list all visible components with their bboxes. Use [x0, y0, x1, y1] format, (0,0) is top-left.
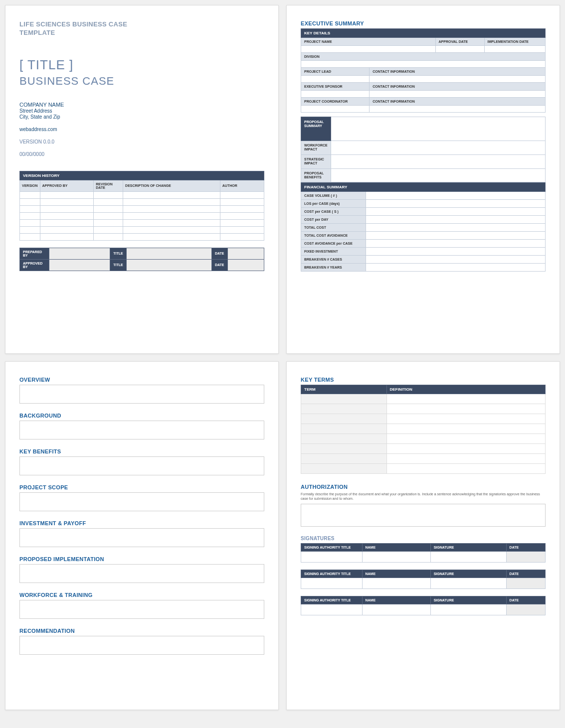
sig-date-col: DATE: [506, 544, 545, 552]
breakeven-years-label: BREAKEVEN # YEARS: [301, 264, 366, 272]
exec-sponsor-label: EXECUTIVE SPONSOR: [301, 83, 370, 91]
approval-date-label: APPROVAL DATE: [435, 38, 484, 46]
document-title: [ TITLE ]: [19, 57, 264, 73]
background-title: BACKGROUND: [19, 413, 264, 419]
col-author: AUTHOR: [220, 180, 264, 191]
executive-summary-title: EXECUTIVE SUMMARY: [301, 20, 546, 26]
term-col: TERM: [301, 385, 387, 394]
investment-payoff-title: INVESTMENT & PAYOFF: [19, 520, 264, 526]
division-label: DIVISION: [301, 53, 546, 61]
total-cost-label: TOTAL COST: [301, 224, 366, 232]
recommendation-title: RECOMMENDATION: [19, 628, 264, 634]
key-benefits-box: [19, 456, 264, 475]
overview-box: [19, 385, 264, 404]
title-label: TITLE: [110, 248, 126, 259]
authorization-description: Formally describe the purpose of the doc…: [301, 492, 546, 501]
background-box: [19, 421, 264, 439]
col-revision-date: REVISION DATE: [94, 180, 123, 191]
workforce-impact-label: WORKFORCE IMPACT: [301, 141, 331, 155]
proposed-implementation-box: [19, 564, 264, 583]
page-1-cover: LIFE SCIENCES BUSINESS CASE TEMPLATE [ T…: [5, 5, 279, 354]
sig-signature-col: SIGNATURE: [430, 544, 506, 552]
proposal-summary-table: PROPOSAL SUMMARY WORKFORCE IMPACT STRATE…: [301, 117, 546, 182]
breakeven-cases-label: BREAKEVEN # CASES: [301, 256, 366, 264]
cost-per-day-label: COST per DAY: [301, 216, 366, 224]
total-cost-avoid-label: TOTAL COST AVOIDANCE: [301, 232, 366, 240]
project-scope-title: PROJECT SCOPE: [19, 484, 264, 490]
project-coord-label: PROJECT COORDINATOR: [301, 98, 370, 106]
version-history-table: VERSION HISTORY VERSION APPROVED BY REVI…: [19, 171, 264, 241]
document-subtitle: BUSINESS CASE: [19, 75, 264, 88]
contact-info-label-3: CONTACT INFORMATION: [370, 98, 546, 106]
cost-avoid-per-case-label: COST AVOIDANCE per CASE: [301, 240, 366, 248]
contact-info-label-2: CONTACT INFORMATION: [370, 83, 546, 91]
proposed-implementation-title: PROPOSED IMPLEMENTATION: [19, 556, 264, 562]
project-name-label: PROJECT NAME: [301, 38, 436, 46]
key-terms-table: TERM DEFINITION: [301, 385, 546, 474]
doc-header-line2: TEMPLATE: [19, 29, 264, 37]
doc-date: 00/00/0000: [19, 151, 264, 157]
fixed-investment-label: FIXED INVESTMENT: [301, 248, 366, 256]
version-history-header: VERSION HISTORY: [20, 171, 264, 180]
contact-info-label-1: CONTACT INFORMATION: [370, 68, 546, 76]
page-4-terms-auth: KEY TERMS TERM DEFINITION AUTHORIZATION …: [286, 361, 560, 710]
signatures-title: SIGNATURES: [301, 536, 546, 541]
page-2-executive-summary: EXECUTIVE SUMMARY KEY DETAILS PROJECT NA…: [286, 5, 560, 354]
doc-header-line1: LIFE SCIENCES BUSINESS CASE: [19, 20, 264, 29]
implementation-date-label: IMPLEMENTATION DATE: [484, 38, 546, 46]
workforce-training-title: WORKFORCE & TRAINING: [19, 592, 264, 598]
proposal-summary-label: PROPOSAL SUMMARY: [301, 117, 331, 141]
prepared-by-block: PREPARED BY TITLE DATE APPROVED BY TITLE…: [19, 248, 264, 271]
sig-name-col: NAME: [362, 544, 430, 552]
approved-by-label: APPROVED BY: [20, 259, 49, 271]
los-per-case-label: LOS per CASE (days): [301, 200, 366, 208]
col-version: VERSION: [20, 180, 40, 191]
proposal-benefits-label: PROPOSAL BENEFITS: [301, 168, 331, 182]
project-scope-box: [19, 492, 264, 511]
project-lead-label: PROJECT LEAD: [301, 68, 370, 76]
signature-block-3: SIGNING AUTHORITY TITLE NAME SIGNATURE D…: [301, 596, 546, 615]
col-approved-by: APPROVED BY: [40, 180, 94, 191]
date-label-2: DATE: [211, 259, 227, 271]
signature-block-2: SIGNING AUTHORITY TITLE NAME SIGNATURE D…: [301, 570, 546, 589]
page-3-sections: OVERVIEW BACKGROUND KEY BENEFITS PROJECT…: [5, 361, 279, 710]
authorization-box: [301, 504, 546, 527]
signature-block-1: SIGNING AUTHORITY TITLE NAME SIGNATURE D…: [301, 543, 546, 563]
title-label-2: TITLE: [110, 259, 126, 271]
investment-payoff-box: [19, 528, 264, 547]
version-label: VERSION 0.0.0: [19, 139, 264, 145]
street-address: Street Address: [19, 108, 264, 114]
sig-authority-title-col: SIGNING AUTHORITY TITLE: [301, 544, 363, 552]
recommendation-box: [19, 636, 264, 655]
authorization-title: AUTHORIZATION: [301, 484, 546, 490]
prepared-by-label: PREPARED BY: [20, 248, 49, 259]
date-label: DATE: [211, 248, 227, 259]
strategic-impact-label: STRATEGIC IMPACT: [301, 154, 331, 168]
workforce-training-box: [19, 600, 264, 619]
overview-title: OVERVIEW: [19, 377, 264, 383]
doc-header: LIFE SCIENCES BUSINESS CASE TEMPLATE: [19, 20, 264, 37]
key-details-table: KEY DETAILS PROJECT NAME APPROVAL DATE I…: [301, 28, 546, 113]
cost-per-case-label: COST per CASE ( S ): [301, 208, 366, 216]
definition-col: DEFINITION: [386, 385, 546, 394]
key-details-header: KEY DETAILS: [301, 29, 546, 38]
city-state-zip: City, State and Zip: [19, 114, 264, 120]
company-name: COMPANY NAME: [19, 102, 264, 108]
key-terms-title: KEY TERMS: [301, 377, 546, 383]
col-desc-change: DESCRIPTION OF CHANGE: [123, 180, 220, 191]
web-address: webaddress.com: [19, 127, 264, 132]
financial-summary-table: FINANCIAL SUMMARY CASE VOLUME ( # ) LOS …: [301, 182, 546, 272]
key-benefits-title: KEY BENEFITS: [19, 448, 264, 454]
case-volume-label: CASE VOLUME ( # ): [301, 192, 366, 200]
financial-summary-header: FINANCIAL SUMMARY: [301, 183, 546, 192]
